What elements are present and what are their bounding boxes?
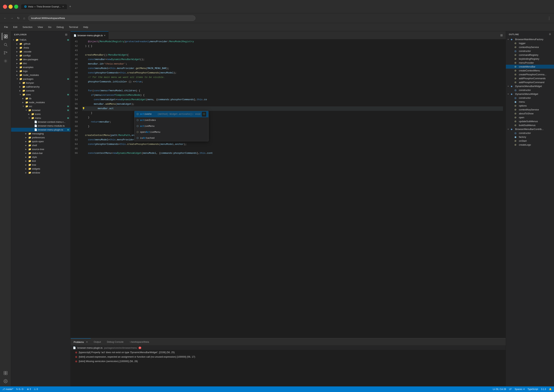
outline-item-constructor1[interactable]: ◎ constructor	[506, 49, 554, 53]
autocomplete-dropdown[interactable]: ⬡ activate (method) Widget.activate(): v…	[134, 111, 208, 141]
outline-item-createPhosphorComma[interactable]: ⊘ createPhosphorComma...	[506, 72, 554, 77]
ac-item-activeMenu[interactable]: ⬡ activeMenu	[134, 123, 208, 129]
outline-item-open[interactable]: ⊘ open	[506, 115, 554, 119]
sidebar-item-node-modules-core[interactable]: ▶ 📁 node_modules	[11, 100, 70, 104]
browser-tab[interactable]: 🌐 theia — Theia Browser Exampl... ✕	[21, 4, 67, 9]
outline-item-BrowserMenuBarContrib[interactable]: ▼ ◈ BrowserMenuBarContrib...	[506, 127, 554, 131]
outline-item-constructor-dmb[interactable]: ◎ constructor	[506, 88, 554, 92]
status-errors[interactable]: ⊗ 3	[27, 388, 31, 391]
sidebar-item-browser-context-menu[interactable]: 📄 browser-context-menu-r...	[11, 120, 70, 124]
status-eol[interactable]: LF	[509, 388, 512, 391]
source-control-activity-icon[interactable]	[2, 49, 9, 56]
outline-item-createContextMenu[interactable]: ⊘ createContextMenu	[506, 69, 554, 72]
outline-item-BrowserMainMenuFactory[interactable]: ▼ ◈ BrowserMainMenuFactory	[506, 37, 554, 41]
menu-view[interactable]: View	[35, 25, 46, 29]
outline-item-contextKeyService2[interactable]: ⊘ contextKeyService	[506, 108, 554, 112]
problem-item-3[interactable]: ⊗ [tslint] Missing semicolon (semicolon)…	[71, 359, 506, 364]
sidebar-item-theia[interactable]: ▶ 📁 .theia	[11, 46, 70, 50]
sidebar-item-icons[interactable]: ▶ 📁 icons	[11, 112, 70, 116]
home-button[interactable]: ⌂	[22, 16, 26, 21]
outline-item-constructor-dm[interactable]: ◎ constructor	[506, 96, 554, 100]
minimize-button[interactable]	[8, 5, 13, 9]
maximize-button[interactable]	[14, 5, 18, 9]
settings-activity-icon[interactable]	[2, 378, 9, 385]
outline-item-menuProvider[interactable]: ⊘ menuProvider	[506, 61, 554, 65]
outline-item-constructor-bmc[interactable]: ◎ constructor	[506, 131, 554, 135]
debug-activity-icon[interactable]	[2, 57, 9, 65]
outline-item-createLogo[interactable]: ⊘ createLogo	[506, 143, 554, 147]
menu-go[interactable]: Go	[46, 25, 54, 29]
outline-item-menu[interactable]: ◉ menu	[506, 100, 554, 104]
sidebar-collapse-icon[interactable]: ⊟	[65, 33, 68, 36]
status-warnings[interactable]: ⚠ 0	[34, 388, 38, 391]
sidebar-item-doc[interactable]: ▶ 📁 doc	[11, 61, 70, 65]
problems-file-header[interactable]: 📄 browser-menu-plugin.ts packages/core/s…	[71, 346, 506, 350]
sidebar-item-tree[interactable]: ▶ 📁 tree	[11, 163, 70, 167]
extensions-activity-icon[interactable]	[2, 369, 9, 377]
ac-item-activeIndex[interactable]: ⬡ activeIndex	[134, 117, 208, 123]
sidebar-item-quick-open[interactable]: ▶ 📁 quick-open	[11, 140, 70, 143]
sidebar-item-dev-packages[interactable]: ▶ 📁 dev-packages	[11, 57, 70, 61]
outline-item-aboutToShow[interactable]: ⊘ aboutToShow	[506, 112, 554, 115]
code-content[interactable]: @inject(MenuModelRegistry) protected rea…	[80, 39, 503, 338]
sidebar-item-browser[interactable]: ▼ 📁 browser M	[11, 108, 70, 112]
sidebar-item-source-tree[interactable]: ▶ 📁 source-tree	[11, 147, 70, 151]
menu-terminal[interactable]: Terminal	[66, 25, 81, 29]
sidebar-item-console[interactable]: ▶ 📁 console	[11, 89, 70, 93]
menu-help[interactable]: Help	[81, 25, 91, 29]
close-button[interactable]	[3, 5, 7, 9]
outline-item-factory[interactable]: ◉ factory	[506, 135, 554, 139]
panel-tab-debug-console[interactable]: Debug Console	[104, 338, 127, 346]
problem-item-2[interactable]: ⊗ [tslint] unused expression, expected a…	[71, 355, 506, 359]
panel-tab-terminal[interactable]: ~/workspace/theia	[127, 338, 152, 346]
outline-item-keybindingRegistry[interactable]: ⊘ keybindingRegistry	[506, 57, 554, 61]
sidebar-item-github[interactable]: ▶ 📁 .github	[11, 42, 70, 46]
sidebar-item-configs[interactable]: ▶ 📁 configs	[11, 54, 70, 57]
sidebar-item-lib[interactable]: ▶ 📁 lib	[11, 97, 70, 100]
reload-button[interactable]: ↻	[16, 16, 20, 21]
explorer-activity-icon[interactable]	[2, 33, 9, 40]
more-options-button[interactable]: ⋮	[547, 16, 551, 21]
sidebar-item-widgets[interactable]: ▶ 📁 widgets	[11, 167, 70, 171]
outline-item-commandRegistry[interactable]: ⊘ commandRegistry	[506, 53, 554, 57]
sidebar-item-node-modules-root[interactable]: ▶ 📁 node_modules	[11, 73, 70, 77]
status-sync[interactable]: ↻ 0↓ 0↑	[16, 388, 24, 391]
panel-tab-problems[interactable]: Problems ✕	[71, 338, 91, 346]
status-notifications[interactable]: 🔔	[549, 388, 552, 391]
lightbulb-icon[interactable]: 💡	[82, 106, 85, 111]
back-button[interactable]: ←	[3, 16, 7, 21]
sidebar-item-style[interactable]: ▶ 📁 style	[11, 155, 70, 159]
outline-item-options[interactable]: ⊘ options	[506, 104, 554, 108]
menu-edit[interactable]: Edit	[11, 25, 20, 29]
outline-item-createMenuBar[interactable]: ⊘ createMenuBar	[506, 65, 554, 69]
split-editor-icon[interactable]: ⊞	[499, 33, 503, 38]
status-language[interactable]: TypeScript	[528, 388, 538, 391]
outline-item-onStart[interactable]: ⊘ onStart	[506, 139, 554, 143]
sidebar-item-bunyan[interactable]: ▶ 📁 bunyan	[11, 81, 70, 85]
ac-item-openActiveMenu[interactable]: ⬡ openActiveMenu	[134, 129, 208, 135]
sidebar-item-packages[interactable]: ▼ 📁 packages M	[11, 77, 70, 81]
outline-item-updateSubMenus[interactable]: ⊘ updateSubMenus	[506, 119, 554, 123]
status-position[interactable]: Ln 56, Col 28	[493, 388, 506, 391]
editor-tab-browser-menu-plugin[interactable]: 📄 browser-menu-plugin.ts ✕	[71, 31, 109, 39]
sidebar-item-menu[interactable]: ▼ 📁 menu M	[11, 116, 70, 120]
sidebar-item-browser-menu-plugin[interactable]: 📄 browser-menu-plugin.ts M	[11, 128, 70, 132]
sidebar-item-vscode[interactable]: ▶ 📁 .vscode	[11, 50, 70, 54]
tab-close-icon[interactable]: ✕	[62, 5, 64, 8]
sidebar-item-logo[interactable]: ▶ 📁 logo	[11, 69, 70, 73]
address-input[interactable]	[28, 15, 195, 21]
sidebar-item-shell[interactable]: ▶ 📁 shell	[11, 143, 70, 147]
outline-menu-icon[interactable]: ☰	[549, 33, 551, 35]
search-activity-icon[interactable]	[2, 41, 9, 48]
menu-file[interactable]: File	[1, 25, 11, 29]
status-version[interactable]: 3.1.3	[541, 388, 546, 391]
outline-item-addPhosphorCommand[interactable]: ⊘ addPhosphorCommand	[506, 80, 554, 84]
problem-item-1[interactable]: ⊗ [typescript] Property 'act' does not e…	[71, 350, 506, 355]
sidebar-item-browser-menu-module[interactable]: 📄 browser-menu-module.ts	[11, 124, 70, 128]
sidebar-item-preferences[interactable]: ▶ 📁 preferences	[11, 136, 70, 140]
menu-debug[interactable]: Debug	[54, 25, 66, 29]
tree-root[interactable]: ▼ 📁 THEIA M	[11, 38, 70, 42]
new-tab-button[interactable]: +	[68, 4, 73, 9]
outline-item-contextKeyService1[interactable]: ⊘ contextKeyService	[506, 45, 554, 49]
sidebar-item-window[interactable]: ▶ 📁 window	[11, 171, 70, 175]
